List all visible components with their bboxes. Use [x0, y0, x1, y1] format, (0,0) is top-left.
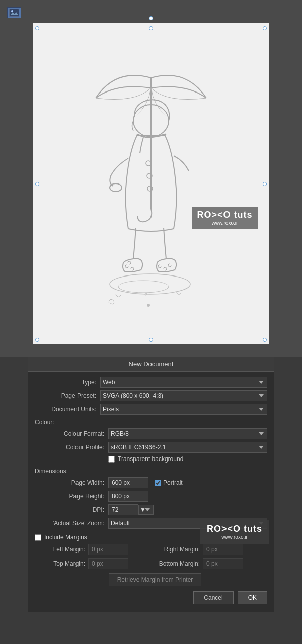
- document-units-select[interactable]: Pixels Inches Millimeters Centimeters: [100, 404, 267, 415]
- include-margins-checkbox[interactable]: [35, 534, 41, 541]
- document-units-row: Document Units: Pixels Inches Millimeter…: [35, 404, 267, 415]
- svg-point-9: [125, 265, 128, 268]
- svg-point-10: [131, 267, 134, 270]
- page-height-input[interactable]: [108, 491, 148, 502]
- transparent-bg-row: Transparent background: [43, 455, 267, 463]
- actual-size-zoom-select[interactable]: Default 50% 100% 200%: [108, 518, 267, 529]
- new-document-dialog: New Document Type: Web Print Screen Page…: [0, 357, 302, 612]
- actual-size-zoom-control: Default 50% 100% 200%: [108, 518, 267, 529]
- transparent-bg-label: Transparent background: [118, 455, 183, 463]
- colour-profile-row: Colour Profile: sRGB IEC61966-2.1 Adobe …: [43, 442, 267, 453]
- right-margin-row: Right Margin:: [158, 544, 267, 555]
- colour-section-label: Colour:: [35, 419, 267, 426]
- dialog-title: New Document: [28, 357, 274, 372]
- left-margin-input[interactable]: [88, 544, 128, 555]
- page-preset-label: Page Preset:: [35, 392, 100, 399]
- right-margin-label: Right Margin:: [158, 546, 203, 553]
- image-layer-icon[interactable]: [7, 7, 21, 18]
- page-width-label: Page Width:: [43, 479, 108, 486]
- document-units-label: Document Units:: [35, 406, 100, 413]
- bottom-margin-input[interactable]: [203, 558, 243, 569]
- left-margin-label: Left Margin:: [43, 546, 88, 553]
- dpi-spinner[interactable]: ▼: [138, 505, 154, 515]
- colour-profile-control: sRGB IEC61966-2.1 Adobe RGB ProPhoto RGB: [108, 442, 267, 453]
- bottom-margin-row: Bottom Margin:: [158, 558, 267, 569]
- margins-section: Left Margin: Right Margin: Top Margin: B…: [43, 544, 267, 586]
- cancel-button[interactable]: Cancel: [193, 591, 233, 604]
- include-margins-row: Include Margins: [35, 534, 267, 541]
- page-height-row: Page Height:: [43, 491, 267, 502]
- svg-point-8: [110, 183, 122, 192]
- include-margins-label: Include Margins: [44, 534, 87, 541]
- page-width-control: Portrait: [108, 477, 267, 488]
- svg-point-13: [164, 267, 167, 270]
- type-control: Web Print Screen: [100, 377, 267, 388]
- page-height-label: Page Height:: [43, 493, 108, 500]
- dpi-label: DPI:: [43, 506, 108, 513]
- ok-button[interactable]: OK: [238, 591, 267, 604]
- colour-format-control: RGB/8 CMYK/8 Greyscale/8: [108, 428, 267, 439]
- bottom-margin-label: Bottom Margin:: [158, 560, 203, 567]
- colour-format-select[interactable]: RGB/8 CMYK/8 Greyscale/8: [108, 428, 267, 439]
- canvas-watermark: RO><O tuts www.roxo.ir: [192, 207, 257, 229]
- retrieve-margin-button[interactable]: Retrieve Margin from Printer: [109, 573, 202, 586]
- page-height-control: [108, 491, 267, 502]
- document-units-control: Pixels Inches Millimeters Centimeters: [100, 404, 267, 415]
- transparent-bg-checkbox[interactable]: [108, 456, 115, 463]
- top-margin-label: Top Margin:: [43, 560, 88, 567]
- dpi-row: DPI: ▼: [43, 504, 267, 515]
- svg-point-14: [168, 264, 171, 267]
- dpi-input[interactable]: [108, 504, 138, 515]
- page-preset-row: Page Preset: SVGA (800 x 600, 4:3) VGA (…: [35, 390, 267, 401]
- page-width-row: Page Width: Portrait: [43, 477, 267, 488]
- type-select[interactable]: Web Print Screen: [100, 377, 267, 388]
- svg-point-5: [146, 161, 151, 166]
- portrait-checkbox[interactable]: [155, 480, 161, 486]
- svg-point-12: [158, 265, 161, 268]
- svg-point-18: [147, 304, 150, 307]
- colour-format-row: Colour Format: RGB/8 CMYK/8 Greyscale/8: [43, 428, 267, 439]
- retrieve-margin-container: Retrieve Margin from Printer: [43, 573, 267, 586]
- actual-size-zoom-label: 'Actual Size' Zoom:: [43, 520, 108, 527]
- watermark-title: RO><O tuts: [197, 210, 252, 220]
- dpi-control: ▼: [108, 504, 267, 515]
- top-margin-row: Top Margin:: [43, 558, 153, 569]
- page-preset-select[interactable]: SVGA (800 x 600, 4:3) VGA (640 x 480) HD…: [100, 390, 267, 401]
- right-margin-input[interactable]: [203, 544, 243, 555]
- type-row: Type: Web Print Screen: [35, 377, 267, 388]
- top-margin-input[interactable]: [88, 558, 128, 569]
- svg-point-11: [128, 261, 131, 264]
- svg-point-15: [110, 274, 190, 294]
- svg-point-2: [11, 10, 13, 12]
- watermark-subtitle: www.roxo.ir: [197, 220, 252, 226]
- colour-format-label: Colour Format:: [43, 430, 108, 437]
- type-label: Type:: [35, 379, 100, 386]
- dimensions-section-label: Dimensions:: [35, 468, 267, 475]
- page-canvas: RO><O tuts www.roxo.ir: [33, 23, 269, 344]
- actual-size-zoom-row: 'Actual Size' Zoom: Default 50% 100% 200…: [43, 518, 267, 529]
- dialog-button-row: Cancel OK: [35, 591, 267, 604]
- svg-point-16: [118, 281, 169, 293]
- svg-point-7: [147, 186, 153, 191]
- dialog-panel: New Document Type: Web Print Screen Page…: [28, 357, 274, 612]
- page-width-input[interactable]: [108, 477, 148, 488]
- colour-profile-label: Colour Profile:: [43, 444, 108, 451]
- sketch-image: [33, 23, 269, 344]
- page-preset-control: SVGA (800 x 600, 4:3) VGA (640 x 480) HD…: [100, 390, 267, 401]
- margins-grid: Left Margin: Right Margin: Top Margin: B…: [43, 544, 267, 569]
- colour-profile-select[interactable]: sRGB IEC61966-2.1 Adobe RGB ProPhoto RGB: [108, 442, 267, 453]
- left-margin-row: Left Margin:: [43, 544, 153, 555]
- canvas-area: RO><O tuts www.roxo.ir: [0, 0, 302, 357]
- portrait-label: Portrait: [163, 479, 183, 486]
- handle-above-top[interactable]: [149, 16, 153, 20]
- transparent-bg-control: Transparent background: [108, 455, 267, 463]
